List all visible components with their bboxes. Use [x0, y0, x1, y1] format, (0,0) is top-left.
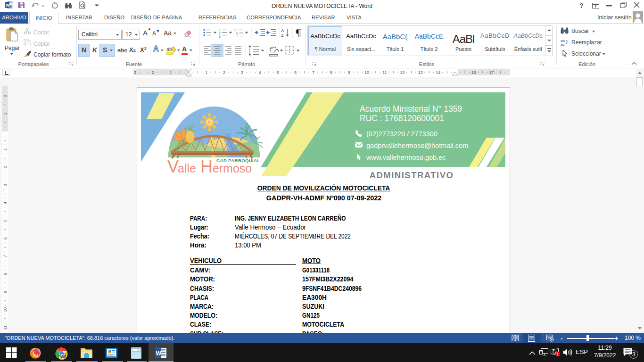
- svg-text:11: 11: [382, 70, 387, 75]
- svg-text:1: 1: [170, 70, 172, 75]
- svg-text:6: 6: [3, 237, 8, 239]
- svg-text:9: 9: [3, 291, 8, 293]
- svg-text:1: 1: [205, 70, 207, 75]
- svg-text:5: 5: [276, 70, 279, 75]
- svg-text:3: 3: [241, 70, 243, 75]
- svg-text:17: 17: [489, 70, 494, 75]
- svg-text:12: 12: [400, 70, 405, 75]
- svg-text:i: i: [238, 34, 238, 38]
- svg-text:6: 6: [294, 70, 297, 75]
- svg-text:11: 11: [3, 325, 8, 329]
- svg-text:3: 3: [134, 70, 136, 75]
- svg-text:4: 4: [259, 70, 261, 75]
- svg-text:3: 3: [219, 35, 221, 38]
- svg-text:13: 13: [418, 70, 422, 75]
- svg-text:14: 14: [436, 70, 440, 75]
- svg-text:ab: ab: [166, 46, 172, 52]
- svg-text:8: 8: [330, 70, 332, 75]
- svg-text:3: 3: [632, 351, 636, 358]
- svg-text:10: 10: [3, 307, 8, 312]
- svg-text:8: 8: [3, 273, 8, 275]
- svg-text:1: 1: [219, 28, 221, 32]
- svg-text:10: 10: [364, 70, 369, 75]
- svg-text:Z: Z: [281, 33, 284, 38]
- svg-text:A: A: [281, 28, 284, 33]
- svg-text:1: 1: [3, 148, 8, 150]
- svg-text:2: 2: [223, 70, 225, 75]
- svg-text:ac: ac: [561, 42, 564, 46]
- svg-text:2: 2: [219, 32, 221, 35]
- svg-text:1: 1: [3, 113, 8, 115]
- svg-text:16: 16: [471, 70, 476, 75]
- svg-text:2: 2: [3, 95, 8, 97]
- svg-text:2: 2: [152, 70, 154, 75]
- svg-text:3: 3: [3, 184, 8, 186]
- svg-text:9: 9: [348, 70, 350, 75]
- svg-text:7: 7: [312, 70, 314, 75]
- svg-text:W: W: [156, 350, 162, 357]
- svg-text:4: 4: [3, 202, 8, 204]
- svg-text:7: 7: [3, 255, 8, 257]
- svg-text:2: 2: [3, 166, 8, 168]
- svg-text:5: 5: [3, 219, 8, 222]
